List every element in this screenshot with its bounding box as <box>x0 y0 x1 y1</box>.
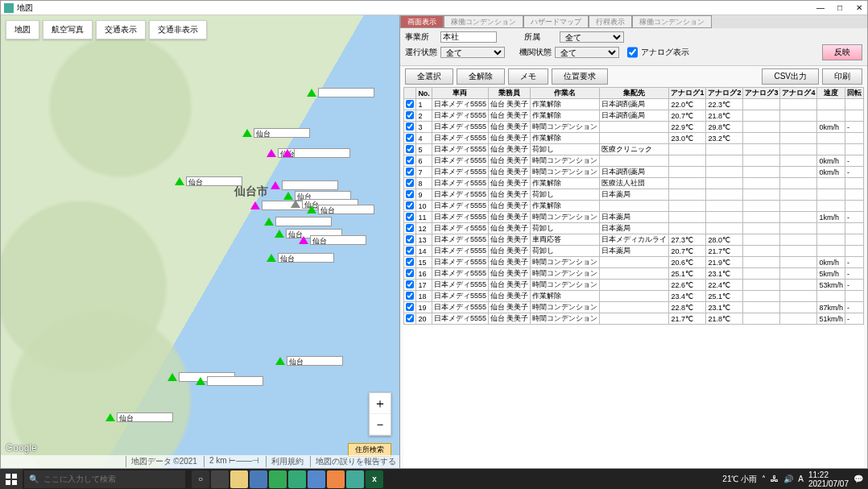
office-input[interactable] <box>440 31 497 43</box>
refresh-button[interactable]: 反映 <box>822 44 862 60</box>
close-button[interactable]: ✕ <box>854 3 864 12</box>
table-row[interactable]: 3日本メディ5555仙台 美美子時間コンデンション22.9℃29.8℃0km/h… <box>404 122 864 133</box>
app-unknown1[interactable] <box>308 470 325 488</box>
table-row[interactable]: 4日本メディ5555仙台 美美子作業解除23.0℃23.2℃ <box>404 133 864 144</box>
zoom-in-button[interactable]: ＋ <box>370 393 391 414</box>
table-row[interactable]: 1日本メディ5555仙台 美美子作業解除日本調剤薬局22.0℃22.3℃ <box>404 99 864 110</box>
column-header[interactable]: 乗務員 <box>488 88 531 99</box>
table-row[interactable]: 14日本メディ5555仙台 美美子荷卸し日本薬局20.7℃21.7℃ <box>404 246 864 257</box>
tray-network-icon[interactable]: 🖧 <box>771 474 779 483</box>
row-checkbox[interactable] <box>406 224 414 232</box>
panel-tab[interactable]: ハザードマップ <box>523 15 589 28</box>
map-tab[interactable]: 交通表示 <box>96 20 146 39</box>
table-wrap[interactable]: No.車両乗務員作業名集配先アナログ1アナログ2アナログ3アナログ4速度回転 1… <box>403 87 864 468</box>
map-marker[interactable]: 仙台 <box>242 128 310 138</box>
map-marker[interactable]: 仙台 <box>175 176 242 186</box>
status-select[interactable]: 全て <box>440 47 505 58</box>
app-taskview[interactable] <box>211 470 229 488</box>
tray-volume-icon[interactable]: 🔊 <box>783 474 793 483</box>
row-checkbox[interactable] <box>406 213 414 221</box>
map-marker[interactable]: 仙台 <box>105 412 173 422</box>
map-marker[interactable]: 仙台 <box>299 235 366 245</box>
app-explorer[interactable] <box>230 470 248 488</box>
table-row[interactable]: 20日本メディ5555仙台 美美子時間コンデンション21.7℃21.8℃51km… <box>404 313 864 325</box>
weather-widget[interactable]: 21℃ 小雨 <box>722 474 757 485</box>
select-all-button[interactable]: 全選択 <box>405 68 453 85</box>
table-row[interactable]: 11日本メディ5555仙台 美美子時間コンデンション日本薬局1km/h- <box>404 212 864 223</box>
map-terms-link[interactable]: 利用規約 <box>266 456 304 467</box>
start-button[interactable] <box>0 469 23 489</box>
table-row[interactable]: 2日本メディ5555仙台 美美子作業解除日本調剤薬局20.7℃21.8℃ <box>404 110 864 122</box>
map-marker[interactable] <box>271 180 338 190</box>
row-checkbox[interactable] <box>406 122 414 131</box>
table-row[interactable]: 12日本メディ5555仙台 美美子荷卸し日本薬局 <box>404 223 864 234</box>
table-row[interactable]: 7日本メディ5555仙台 美美子時間コンデンション日本調剤薬局0km/h- <box>404 167 864 178</box>
column-header[interactable]: No. <box>416 88 432 99</box>
tray-clock[interactable]: 11:222021/07/07 <box>808 470 849 488</box>
row-checkbox[interactable] <box>406 134 414 142</box>
memo-button[interactable]: メモ <box>508 68 548 85</box>
row-checkbox[interactable] <box>406 314 414 322</box>
row-checkbox[interactable] <box>406 235 414 243</box>
column-header[interactable]: アナログ1 <box>669 88 706 99</box>
map-marker[interactable] <box>196 376 263 386</box>
table-row[interactable]: 15日本メディ5555仙台 美美子時間コンデンション20.6℃21.9℃0km/… <box>404 257 864 268</box>
table-row[interactable]: 18日本メディ5555仙台 美美子作業解除23.4℃25.1℃ <box>404 291 864 302</box>
column-header[interactable]: 作業名 <box>531 88 600 99</box>
maximize-button[interactable]: □ <box>835 3 845 12</box>
table-row[interactable]: 17日本メディ5555仙台 美美子時間コンデンション22.6℃22.4℃53km… <box>404 280 864 291</box>
mach-select[interactable]: 全て <box>555 47 619 58</box>
tray-ime[interactable]: A <box>798 474 804 483</box>
analog-checkbox[interactable] <box>627 47 638 58</box>
taskbar-search[interactable]: 🔍 <box>24 470 185 488</box>
app-cortana[interactable]: ○ <box>192 470 209 488</box>
column-header[interactable] <box>404 88 416 99</box>
app-map[interactable] <box>346 470 364 488</box>
table-row[interactable]: 10日本メディ5555仙台 美美子作業解除 <box>404 201 864 212</box>
row-checkbox[interactable] <box>406 201 414 209</box>
column-header[interactable]: 回転 <box>845 88 864 99</box>
row-checkbox[interactable] <box>406 292 414 300</box>
column-header[interactable]: アナログ3 <box>743 88 780 99</box>
map-marker[interactable] <box>283 148 350 158</box>
map-marker[interactable]: 仙台 <box>267 253 334 263</box>
map-marker[interactable] <box>307 88 374 97</box>
map-marker[interactable]: 仙台 <box>307 205 374 214</box>
row-checkbox[interactable] <box>406 145 414 153</box>
panel-tab[interactable]: 稼働コンデンション <box>444 15 523 28</box>
row-checkbox[interactable] <box>406 258 414 266</box>
deselect-all-button[interactable]: 全解除 <box>457 68 505 85</box>
row-checkbox[interactable] <box>406 280 414 288</box>
print-button[interactable]: 印刷 <box>822 68 862 85</box>
table-row[interactable]: 13日本メディ5555仙台 美美子車両応答日本メディカルライ27.3℃28.0℃ <box>404 234 864 246</box>
row-checkbox[interactable] <box>406 100 414 108</box>
table-row[interactable]: 6日本メディ5555仙台 美美子時間コンデンション0km/h- <box>404 155 864 167</box>
panel-tab[interactable]: 稼働コンデンション <box>632 15 712 28</box>
row-checkbox[interactable] <box>406 303 414 311</box>
search-input[interactable] <box>43 474 180 483</box>
app-edge[interactable] <box>288 470 306 488</box>
app-store[interactable] <box>269 470 287 488</box>
panel-tab[interactable]: 画面表示 <box>400 15 444 28</box>
minimize-button[interactable]: — <box>816 3 825 12</box>
app-mail[interactable] <box>250 470 267 488</box>
map-tab[interactable]: 航空写真 <box>43 20 93 39</box>
map-tab[interactable]: 地図 <box>6 20 39 39</box>
locate-button[interactable]: 位置要求 <box>552 68 608 85</box>
table-row[interactable]: 5日本メディ5555仙台 美美子荷卸し医療クリニック <box>404 144 864 155</box>
column-header[interactable]: アナログ4 <box>780 88 817 99</box>
column-header[interactable]: 集配先 <box>600 88 669 99</box>
map-marker[interactable] <box>264 217 332 226</box>
tray-notification-icon[interactable]: 💬 <box>854 474 863 483</box>
table-row[interactable]: 16日本メディ5555仙台 美美子時間コンデンション25.1℃23.1℃5km/… <box>404 268 864 280</box>
row-checkbox[interactable] <box>406 168 414 176</box>
row-checkbox[interactable] <box>406 156 414 164</box>
csv-button[interactable]: CSV出力 <box>762 68 819 85</box>
zoom-out-button[interactable]: － <box>370 414 391 435</box>
table-row[interactable]: 9日本メディ5555仙台 美美子荷卸し日本薬局 <box>404 189 864 201</box>
column-header[interactable]: 速度 <box>817 88 845 99</box>
panel-tab[interactable]: 行程表示 <box>589 15 632 28</box>
row-checkbox[interactable] <box>406 190 414 198</box>
map-marker[interactable]: 仙台 <box>275 356 343 366</box>
dept-select[interactable]: 全て <box>560 31 624 43</box>
